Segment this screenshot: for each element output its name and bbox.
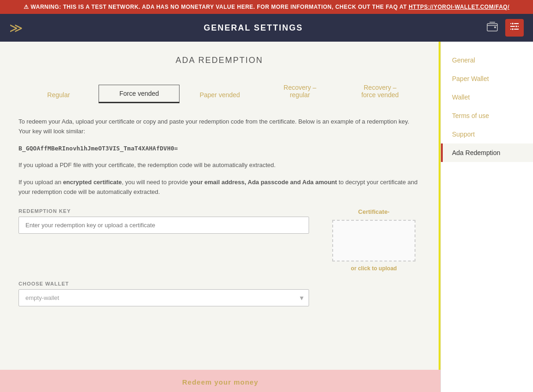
certificate-upload-section: Certificate- or click to upload bbox=[328, 208, 420, 272]
svg-point-1 bbox=[494, 26, 496, 28]
certificate-label: Certificate- bbox=[358, 208, 390, 215]
redemption-key-label: REDEMPTION KEY bbox=[19, 208, 309, 214]
choose-wallet-group: CHOOSE WALLET empty-wallet ▾ bbox=[19, 281, 309, 306]
sidebar-item-general[interactable]: General bbox=[441, 51, 533, 69]
desc-line3-start: If you upload an bbox=[19, 179, 63, 186]
settings-icon-button[interactable] bbox=[505, 19, 524, 37]
tab-force-vended[interactable]: Force vended bbox=[99, 85, 180, 103]
choose-wallet-row: CHOOSE WALLET empty-wallet ▾ bbox=[19, 281, 420, 306]
wallet-select[interactable]: empty-wallet bbox=[19, 289, 309, 306]
logo-icon: ≫ bbox=[9, 20, 23, 36]
tab-regular[interactable]: Regular bbox=[19, 87, 99, 103]
redeem-button-area: Redeem your money bbox=[0, 370, 440, 392]
sidebar: General Paper Wallet Wallet Terms of use… bbox=[440, 42, 533, 392]
warning-text: ⚠ WARNING: THIS IS A TEST NETWORK. ADA H… bbox=[24, 4, 409, 10]
tab-recovery-regular[interactable]: Recovery –regular bbox=[260, 79, 340, 103]
desc-line3-bold1: encrypted certificate bbox=[63, 179, 122, 186]
svg-point-6 bbox=[515, 25, 517, 28]
main-layout: ADA REDEMPTION Regular Force vended Pape… bbox=[0, 42, 533, 392]
code-example: B_GQOAffMBeRInovh1hJmeOT3VIS_TmaT4XAHAfD… bbox=[19, 144, 420, 154]
warning-banner: ⚠ WARNING: THIS IS A TEST NETWORK. ADA H… bbox=[0, 0, 533, 14]
wallet-select-wrapper: empty-wallet ▾ bbox=[19, 289, 309, 306]
sidebar-item-ada-redemption[interactable]: Ada Redemption bbox=[441, 143, 533, 162]
tab-recovery-force-vended[interactable]: Recovery –force vended bbox=[340, 79, 420, 103]
desc-line1: To redeem your Ada, upload your certific… bbox=[19, 117, 420, 137]
choose-wallet-label: CHOOSE WALLET bbox=[19, 281, 309, 286]
upload-drop-area[interactable] bbox=[332, 220, 415, 261]
content-wrapper: ADA REDEMPTION Regular Force vended Pape… bbox=[0, 42, 440, 392]
desc-line2: If you upload a PDF file with your certi… bbox=[19, 161, 420, 170]
desc-line3-mid: , you will need to provide bbox=[122, 179, 190, 186]
header: ≫ GENERAL SETTINGS bbox=[0, 14, 533, 42]
svg-point-7 bbox=[511, 28, 514, 31]
tab-paper-vended[interactable]: Paper vended bbox=[180, 87, 260, 103]
sidebar-item-terms[interactable]: Terms of use bbox=[441, 106, 533, 125]
content-area: ADA REDEMPTION Regular Force vended Pape… bbox=[0, 42, 440, 370]
desc-line3: If you upload an encrypted certificate, … bbox=[19, 178, 420, 197]
redemption-key-group: REDEMPTION KEY bbox=[19, 208, 309, 234]
tabs: Regular Force vended Paper vended Recove… bbox=[19, 79, 420, 103]
redemption-key-row: REDEMPTION KEY Certificate- or click to … bbox=[19, 208, 420, 272]
page-title: ADA REDEMPTION bbox=[19, 56, 420, 65]
sidebar-item-wallet[interactable]: Wallet bbox=[441, 88, 533, 106]
warning-link[interactable]: HTTPS://YOROI-WALLET.COM/FAQ/ bbox=[409, 4, 509, 10]
redeem-button[interactable]: Redeem your money bbox=[182, 378, 259, 386]
form-section: REDEMPTION KEY Certificate- or click to … bbox=[19, 208, 420, 306]
header-title: GENERAL SETTINGS bbox=[204, 23, 303, 33]
sidebar-item-paper-wallet[interactable]: Paper Wallet bbox=[441, 69, 533, 88]
svg-point-5 bbox=[511, 23, 514, 25]
desc-line3-bold2: your email address, Ada passcode and Ada… bbox=[190, 179, 337, 186]
upload-or-text[interactable]: or click to upload bbox=[351, 265, 397, 272]
sidebar-item-support[interactable]: Support bbox=[441, 125, 533, 143]
header-icons bbox=[484, 18, 524, 37]
wallet-icon-button[interactable] bbox=[484, 18, 501, 37]
redemption-key-input[interactable] bbox=[19, 217, 309, 234]
